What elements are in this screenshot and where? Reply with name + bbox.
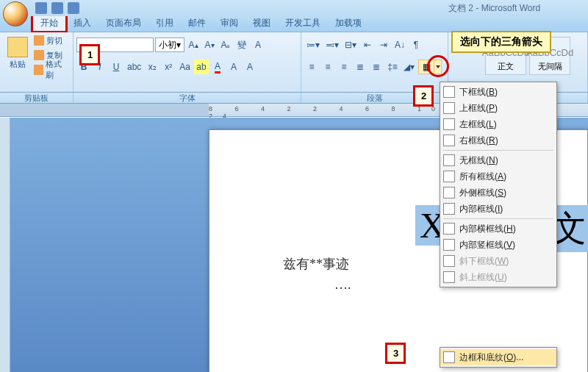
font-size-combo[interactable]: 小初▾ xyxy=(155,37,184,52)
tab-view[interactable]: 视图 xyxy=(245,15,278,32)
change-case-button[interactable]: Aa xyxy=(177,60,193,74)
menu-item-W: 斜下框线(W) xyxy=(440,253,556,269)
qat-undo-icon[interactable] xyxy=(51,2,63,14)
chevron-down-icon: ▾ xyxy=(176,40,181,50)
multilevel-button[interactable]: ⊟▾ xyxy=(343,37,359,52)
border-type-icon xyxy=(443,154,455,166)
border-type-icon xyxy=(443,118,455,130)
tab-review[interactable]: 审阅 xyxy=(213,15,245,32)
borders-shading-icon xyxy=(443,351,455,363)
paste-icon xyxy=(7,37,28,57)
distribute-button[interactable]: ≣ xyxy=(369,60,384,74)
doc-line-2[interactable]: …. xyxy=(334,277,351,293)
annotation-1: 1 xyxy=(79,44,100,65)
annotation-2: 2 xyxy=(413,85,434,107)
tab-layout[interactable]: 页面布局 xyxy=(98,15,148,32)
subscript-button[interactable]: x₂ xyxy=(145,60,159,74)
border-type-icon xyxy=(443,271,455,283)
menu-item-V[interactable]: 内部竖框线(V) xyxy=(440,237,556,253)
tab-mailings[interactable]: 邮件 xyxy=(181,15,213,32)
title-bar: 文档 2 - Microsoft Word xyxy=(0,0,588,16)
tab-references[interactable]: 引用 xyxy=(148,15,181,32)
office-button[interactable] xyxy=(3,1,28,26)
menu-item-S[interactable]: 外侧框线(S) xyxy=(440,185,556,201)
align-center-button[interactable]: ≡ xyxy=(320,60,335,74)
menu-item-borders-and-shading[interactable]: 边框和底纹(O)... xyxy=(440,349,556,365)
menu-item-U: 斜上框线(U) xyxy=(440,269,556,285)
superscript-button[interactable]: x² xyxy=(161,60,176,74)
char-shading-button[interactable]: A xyxy=(226,60,241,74)
paste-button[interactable]: 粘贴 xyxy=(3,34,32,76)
annotation-tip: 选向下的三角箭头 xyxy=(451,31,551,53)
clear-format-button[interactable]: Aₐ xyxy=(218,37,233,52)
bullets-button[interactable]: ≔▾ xyxy=(304,37,322,52)
doc-line-1[interactable]: 兹有**事迹 xyxy=(283,255,349,273)
menu-item-H[interactable]: 内部横框线(H) xyxy=(440,221,556,237)
ruler-margin xyxy=(0,104,209,116)
scissors-icon xyxy=(34,35,44,46)
qat-redo-icon[interactable] xyxy=(68,2,79,14)
border-type-icon xyxy=(443,86,455,98)
cut-button[interactable]: 剪切 xyxy=(34,34,70,47)
selection-margin[interactable] xyxy=(0,118,10,372)
align-left-button[interactable]: ≡ xyxy=(304,60,319,74)
indent-dec-button[interactable]: ⇤ xyxy=(360,37,375,52)
underline-button[interactable]: U xyxy=(109,60,123,74)
borders-splitbutton[interactable]: ▦ xyxy=(418,60,442,74)
group-clipboard: 粘贴 剪切 复制 格式刷 xyxy=(0,32,74,92)
enclose-button[interactable]: A xyxy=(251,37,265,52)
strike-button[interactable]: abc xyxy=(125,60,143,74)
group-font: 小初▾ A▴ A▾ Aₐ 變 A B I U abc x₂ x² Aa ab A… xyxy=(74,32,301,92)
copy-icon xyxy=(34,50,44,60)
annotation-circle xyxy=(427,55,449,77)
label-font: 字体 xyxy=(74,93,301,103)
border-type-icon xyxy=(443,223,455,235)
indent-inc-button[interactable]: ⇥ xyxy=(376,37,391,52)
annotation-3: 3 xyxy=(385,343,406,364)
border-type-icon xyxy=(443,187,455,198)
tab-developer[interactable]: 开发工具 xyxy=(278,15,328,32)
menu-item-B[interactable]: 下框线(B) xyxy=(440,84,556,100)
ribbon-tabs: 开始 插入 页面布局 引用 邮件 审阅 视图 开发工具 加载项 xyxy=(0,16,588,32)
highlight-button[interactable]: ab xyxy=(194,60,209,74)
menu-item-R[interactable]: 右框线(R) xyxy=(440,132,556,149)
window-title: 文档 2 - Microsoft Word xyxy=(448,2,540,15)
numbering-button[interactable]: ≕▾ xyxy=(323,37,341,52)
line-spacing-button[interactable]: ‡≡ xyxy=(385,60,400,74)
grow-font-button[interactable]: A▴ xyxy=(186,37,201,52)
show-marks-button[interactable]: ¶ xyxy=(409,37,423,52)
menu-item-A[interactable]: 所有框线(A) xyxy=(440,168,556,185)
tab-addins[interactable]: 加载项 xyxy=(328,15,369,32)
borders-menu: 下框线(B)上框线(P)左框线(L)右框线(R)无框线(N)所有框线(A)外侧框… xyxy=(440,82,557,287)
border-type-icon xyxy=(443,255,455,267)
group-paragraph: ≔▾ ≕▾ ⊟▾ ⇤ ⇥ A↓ ¶ ≡ ≡ ≡ ≣ ≣ ‡≡ ◢▾ ▦ xyxy=(301,32,448,92)
phonetic-button[interactable]: 變 xyxy=(234,37,249,52)
menu-item-L[interactable]: 左框线(L) xyxy=(440,116,556,132)
font-color-button[interactable]: A xyxy=(210,60,225,74)
paste-label: 粘贴 xyxy=(10,59,26,70)
menu-item-P[interactable]: 上框线(P) xyxy=(440,100,556,116)
border-type-icon xyxy=(443,135,455,146)
menu-item-N[interactable]: 无框线(N) xyxy=(440,152,556,168)
border-type-icon xyxy=(443,171,455,182)
border-type-icon xyxy=(443,102,455,114)
tab-home[interactable]: 开始 xyxy=(32,14,66,32)
justify-button[interactable]: ≣ xyxy=(353,60,368,74)
sort-button[interactable]: A↓ xyxy=(392,37,407,52)
char-border-button[interactable]: A xyxy=(243,60,257,74)
brush-icon xyxy=(34,65,44,75)
menu-item-I[interactable]: 内部框线(I) xyxy=(440,201,556,217)
borders-menu-bottom: 边框和底纹(O)... xyxy=(440,347,557,368)
shading-button[interactable]: ◢▾ xyxy=(401,60,417,74)
format-painter-button[interactable]: 格式刷 xyxy=(34,63,70,76)
qat-save-icon[interactable] xyxy=(35,2,47,14)
tab-insert[interactable]: 插入 xyxy=(66,15,98,32)
label-clipboard: 剪贴板 xyxy=(0,93,74,103)
align-right-button[interactable]: ≡ xyxy=(337,60,351,74)
shrink-font-button[interactable]: A▾ xyxy=(202,37,217,52)
border-type-icon xyxy=(443,203,455,215)
border-type-icon xyxy=(443,239,455,251)
